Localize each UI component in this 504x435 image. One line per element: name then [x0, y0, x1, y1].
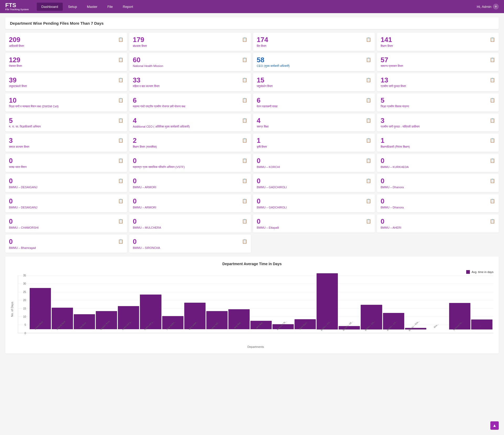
stat-number: 0 — [9, 157, 27, 165]
y-tick-label: 25 — [23, 290, 27, 293]
bar[interactable] — [228, 309, 250, 329]
stat-card[interactable]: 0 BMMU – Ettapalli 📋 — [253, 214, 375, 233]
stat-card[interactable]: 3 समाज कल्याण विभाग 📋 — [5, 134, 127, 152]
stat-card[interactable]: 60 National Health Mission 📋 — [129, 53, 251, 71]
stat-card[interactable]: 1 शिक्षणाधिकारी (निरंतर शिक्षण) 📋 — [377, 134, 499, 152]
stat-number: 174 — [257, 36, 268, 44]
stat-label: BMMU – Dhanora — [381, 185, 404, 189]
stat-card[interactable]: 0 BMMU – ARMORI 📋 — [129, 174, 251, 192]
stat-card[interactable]: 3 ग्रामीण पाणी पुरवठा - यांत्रिकी उपविभा… — [377, 114, 499, 132]
stat-card-left: 0 स्वच्छ भारत मिशन — [9, 157, 27, 169]
stat-number: 6 — [257, 97, 277, 104]
file-icon: 📋 — [366, 57, 371, 62]
file-icon: 📋 — [366, 98, 371, 103]
stat-card[interactable]: 6 वेतन पडताळणी शाखा 📋 — [253, 93, 375, 112]
stat-number: 2 — [133, 137, 157, 144]
stat-card-left: 60 National Health Mission — [133, 56, 163, 68]
stat-card[interactable]: 1 कृषि विभाग 📋 — [253, 134, 375, 152]
file-icon: 📋 — [242, 219, 247, 224]
stat-card[interactable]: 0 BMMU – KURKHEDA 📋 — [377, 154, 499, 172]
stat-card[interactable]: 4 Additional CEO ( अतिरिक्त मुख्य कार्यक… — [129, 114, 251, 132]
chart-container: No. of Days Avg. time in days 3530252015… — [10, 270, 494, 348]
bar[interactable] — [74, 314, 95, 329]
file-icon: 📋 — [242, 77, 247, 82]
stat-number: 0 — [257, 157, 280, 165]
stat-card[interactable]: 0 BMMU – ARMORI 📋 — [129, 194, 251, 212]
stat-card-left: 141 शिक्षण विभाग — [381, 36, 393, 48]
stat-card[interactable]: 0 BMMU – MULCHERA 📋 — [129, 214, 251, 233]
stat-card[interactable]: 2 शिक्षण विभाग (माध्यमिक) 📋 — [129, 134, 251, 152]
stat-label: वेतन पडताळणी शाखा — [257, 104, 277, 108]
stat-card[interactable]: 57 सामान्य प्रशासन विभाग 📋 — [377, 53, 499, 71]
bar[interactable] — [317, 273, 338, 329]
stat-card[interactable]: 6 महात्मा गांधी राष्ट्रीय ग्रामीण रोजगार… — [129, 93, 251, 112]
nav-report[interactable]: Report — [118, 3, 138, 11]
stat-card[interactable]: 0 BMMU – GADCHIROLI 📋 — [253, 174, 375, 192]
stat-card[interactable]: 0 BMMU – Dhanora 📋 — [377, 194, 499, 212]
stat-card[interactable]: 13 ग्रामीण पाणी पुरवठा विभाग 📋 — [377, 73, 499, 91]
stat-number: 58 — [257, 56, 290, 64]
stat-card[interactable]: 0 स्वच्छ भारत मिशन 📋 — [5, 154, 127, 172]
stat-card[interactable]: 0 BMMU – DESAIGANJ 📋 — [5, 194, 127, 212]
nav-file[interactable]: File — [103, 3, 118, 11]
stat-card[interactable]: 0 BMMU – AHERI 📋 — [377, 214, 499, 233]
stats-grid: 209 आदिवासी विभाग 📋 179 बांधकाम विभाग 📋 … — [5, 33, 499, 253]
brand-name: FTS — [5, 2, 29, 8]
nav-master[interactable]: Master — [82, 3, 102, 11]
stat-card[interactable]: 179 बांधकाम विभाग 📋 — [129, 33, 251, 51]
stat-card[interactable]: 0 महाराष्ट्र ग्राम सामाजिक परिवर्तन अभिय… — [129, 154, 251, 172]
stat-label: BMMU – DESAIGANJ — [9, 185, 37, 189]
stat-card[interactable]: 0 BMMU – GADCHIROLI 📋 — [253, 194, 375, 212]
bar[interactable] — [405, 328, 426, 329]
stat-card[interactable]: 0 BMMU – CHAMORSHI 📋 — [5, 214, 127, 233]
stat-card[interactable]: 209 आदिवासी विभाग 📋 — [5, 33, 127, 51]
stat-card[interactable]: 0 BMMU – SIRONCHA 📋 — [129, 235, 251, 253]
stat-card[interactable]: 5 जिल्हा ग्रामीण विकास यंत्रणा 📋 — [377, 93, 499, 112]
stat-card[interactable]: 174 वित विभाग 📋 — [253, 33, 375, 51]
stat-card[interactable]: 10 जिल्हा पाणी व स्वच्छता मिशन कक्ष (DWS… — [5, 93, 127, 112]
bar-wrap: जिल्हा ग्रामीण... — [162, 316, 183, 333]
stat-card[interactable]: 0 BMMU – KORCHI 📋 — [253, 154, 375, 172]
stat-card-left: 0 BMMU – ARMORI — [133, 177, 156, 189]
stat-card[interactable]: 4 समग्र शिक्षा 📋 — [253, 114, 375, 132]
bar[interactable] — [96, 311, 117, 329]
stat-card[interactable]: 39 लघुपाटबंधारे विभाग 📋 — [5, 73, 127, 91]
stat-card[interactable]: 33 महिला व बाल कल्याण विभाग 📋 — [129, 73, 251, 91]
stat-card-left: 1 कृषि विभाग — [257, 137, 267, 149]
stat-card[interactable]: 0 BMMU – Dhanora 📋 — [377, 174, 499, 192]
bar[interactable] — [383, 313, 404, 329]
nav-setup[interactable]: Setup — [63, 3, 82, 11]
bar[interactable] — [206, 311, 228, 329]
stat-label: पशुसंवर्धन विभाग — [257, 84, 273, 88]
stat-card[interactable]: 129 पंचायत विभाग 📋 — [5, 53, 127, 71]
stat-label: जिल्हा ग्रामीण विकास यंत्रणा — [381, 104, 409, 108]
stat-label: BMMU – GADCHIROLI — [257, 206, 287, 209]
stat-card[interactable]: 15 पशुसंवर्धन विभाग 📋 — [253, 73, 375, 91]
stat-label: शिक्षण विभाग (माध्यमिक) — [133, 145, 157, 149]
file-icon: 📋 — [490, 198, 495, 203]
add-button[interactable]: + — [493, 4, 499, 9]
chart-inner: Avg. time in days 35302520151050 बांधकाम… — [18, 270, 494, 348]
stat-card[interactable]: 0 BMMU – DESAIGANJ 📋 — [5, 174, 127, 192]
stat-label: BMMU – GADCHIROLI — [257, 185, 287, 189]
y-tick-label: 5 — [24, 323, 27, 326]
bar-wrap: समग्र शिक्षा — [228, 309, 250, 333]
stat-label: समग्र शिक्षा — [257, 125, 269, 128]
stat-card[interactable]: 5 म. रा. जा. जिल्हाधिकारी अभियान 📋 — [5, 114, 127, 132]
y-tick-label: 10 — [23, 315, 27, 318]
stat-card-left: 0 BMMU – Dhanora — [381, 177, 404, 189]
bar[interactable] — [339, 326, 360, 329]
stat-card[interactable]: 141 शिक्षण विभाग 📋 — [377, 33, 499, 51]
bar-wrap: समग्र शिक्षा — [250, 321, 272, 333]
stat-label: जिल्हा पाणी व स्वच्छता मिशन कक्ष (DWSM C… — [9, 104, 59, 108]
stat-number: 0 — [9, 238, 36, 245]
stat-label: शिक्षण विभाग — [381, 44, 393, 48]
stat-card[interactable]: 0 BMMU – Bhamragad 📋 — [5, 235, 127, 253]
stat-number: 209 — [9, 36, 24, 44]
stat-label: BMMU – Ettapalli — [257, 226, 279, 229]
stat-card[interactable]: 58 CEO (मुख्य कार्यकारी अधिकारी) 📋 — [253, 53, 375, 71]
file-icon: 📋 — [490, 98, 495, 103]
nav-dashboard[interactable]: Dashboard — [37, 3, 63, 11]
stat-label: ग्रामीण पाणी पुरवठा - यांत्रिकी उपविभाग — [381, 125, 420, 128]
stat-card-left: 174 वित विभाग — [257, 36, 268, 48]
